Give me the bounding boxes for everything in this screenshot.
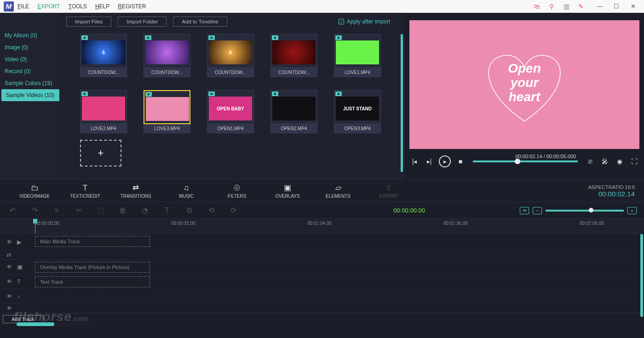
- track-overlay[interactable]: 👁▣ Overlay Media Track (Picture in Pictu…: [0, 260, 644, 275]
- maximize-button[interactable]: ☐: [608, 0, 625, 13]
- tab-filters[interactable]: ⦾FILTERS: [212, 183, 262, 199]
- cart-icon[interactable]: 🛍: [533, 2, 541, 11]
- text-track-placeholder[interactable]: Text Track: [35, 276, 150, 287]
- video-badge-icon: ▶: [208, 92, 215, 96]
- layout-icon[interactable]: ▥: [562, 2, 570, 11]
- record-screen-icon[interactable]: ⎚: [585, 156, 595, 166]
- media-item[interactable]: ▶OPEN2.MP4: [270, 90, 317, 133]
- sidebar-item-video[interactable]: Video (0): [0, 53, 61, 65]
- video-badge-icon: ▶: [81, 35, 88, 40]
- redo-icon[interactable]: ↷: [29, 206, 40, 215]
- crop2-icon[interactable]: ⧉: [184, 206, 194, 215]
- video-badge-icon: ▶: [145, 35, 151, 40]
- undo-icon[interactable]: ↶: [7, 206, 17, 215]
- fullscreen-icon[interactable]: ⛶: [629, 156, 639, 166]
- video-track-icon: ▶: [17, 239, 22, 246]
- add-to-timeline-button[interactable]: Add to Timeline: [173, 17, 227, 27]
- track-main-media[interactable]: 👁▶ Main Media Track: [0, 234, 644, 251]
- track-swap[interactable]: ⇄: [0, 251, 644, 260]
- overlay-track-placeholder[interactable]: Overlay Media Track (Picture in Picture): [35, 262, 150, 273]
- media-label: COUNTDOW...: [80, 68, 127, 77]
- add-media-button[interactable]: +: [80, 140, 121, 166]
- tab-transitions[interactable]: ⇄TRANSITIONS: [110, 183, 161, 199]
- track-text[interactable]: 👁T Text Track: [0, 275, 644, 289]
- preview-screen: Open your heart: [409, 20, 639, 149]
- audio-track-icon: ♪: [17, 293, 20, 300]
- speed-icon[interactable]: ◔: [140, 206, 150, 215]
- crop-icon[interactable]: ⬚: [96, 206, 106, 215]
- settings-icon[interactable]: ≡: [52, 206, 62, 215]
- import-files-button[interactable]: Import Files: [66, 17, 111, 27]
- swap-icon[interactable]: ⇄: [6, 252, 12, 258]
- menu-help[interactable]: HELP: [95, 3, 109, 10]
- import-folder-button[interactable]: Import Folder: [118, 17, 167, 27]
- snapshot-icon[interactable]: ◉: [615, 156, 625, 166]
- media-item[interactable]: ▶5COUNTDOW...: [207, 34, 254, 77]
- track-audio[interactable]: 👁♪: [0, 289, 644, 304]
- rotate-right-icon[interactable]: ⟳: [228, 206, 238, 215]
- sidebar-item-record[interactable]: Record (0): [0, 65, 61, 77]
- delete-icon[interactable]: 🗑: [118, 206, 128, 215]
- eye-icon[interactable]: 👁: [6, 239, 12, 246]
- zoom-slider[interactable]: [546, 210, 624, 212]
- text-tool-icon[interactable]: T: [162, 206, 172, 215]
- sidebar-item-myalbum[interactable]: My Album (0): [0, 29, 61, 41]
- filter-icon: ⦾: [234, 183, 240, 193]
- media-item[interactable]: ▶LOVE2.MP4: [80, 90, 127, 133]
- zoom-out-button[interactable]: −: [533, 207, 542, 214]
- transition-icon: ⇄: [132, 183, 139, 193]
- tab-overlays[interactable]: ▣OVERLAYS: [262, 183, 313, 199]
- preview-text: Open your heart: [488, 62, 561, 104]
- edit-icon[interactable]: ✎: [577, 2, 585, 11]
- timeline-tracks: 👁▶ Main Media Track ⇄ 👁▣ Overlay Media T…: [0, 234, 644, 313]
- prev-frame-button[interactable]: |◂: [409, 156, 420, 166]
- close-button[interactable]: ✕: [625, 0, 641, 13]
- eye-icon[interactable]: 👁: [6, 293, 12, 300]
- video-badge-icon: ▶: [81, 92, 88, 96]
- tracks-vertical-scrollbar[interactable]: [640, 234, 643, 317]
- key-icon[interactable]: ⚲: [547, 2, 556, 11]
- tab-elements[interactable]: ▱ELEMENTS: [313, 183, 363, 199]
- sidebar-item-samplecolors[interactable]: Sample Colors (19): [0, 77, 61, 89]
- tab-music[interactable]: ♫MUSIC: [161, 183, 212, 199]
- eye-icon[interactable]: 👁: [6, 264, 12, 270]
- menu-file[interactable]: FILE: [17, 3, 29, 10]
- apply-after-import-toggle[interactable]: ✓ Apply after import: [339, 18, 399, 25]
- media-item[interactable]: ▶LOVE3.MP4: [144, 90, 190, 133]
- tab-text-credit[interactable]: TTEXT/CREDIT: [60, 183, 110, 199]
- media-item[interactable]: ▶5COUNTDOW...: [80, 34, 127, 77]
- sidebar: My Album (0) Image (0) Video (0) Record …: [0, 13, 61, 179]
- play-button[interactable]: ▸: [439, 155, 451, 167]
- media-item[interactable]: ▶JUST STANDOPEN3.MP4: [334, 90, 381, 133]
- media-item[interactable]: ▶COUNTDOW...: [144, 34, 190, 77]
- menu-export[interactable]: EXPORT: [37, 3, 60, 10]
- tab-export[interactable]: ⇧EXPORT: [363, 183, 414, 199]
- menu-tools[interactable]: TOOLS: [69, 3, 87, 10]
- next-frame-button[interactable]: ▸|: [424, 156, 434, 166]
- timeline-ruler[interactable]: 00:00:00.00 00:00:32.00 00:01:04.00 00:0…: [0, 219, 644, 234]
- media-item[interactable]: ▶OPEN BABYOPEN1.MP4: [207, 90, 254, 133]
- tab-video-image[interactable]: 🗀VIDEO/IMAGE: [9, 183, 60, 199]
- sidebar-item-image[interactable]: Image (0): [0, 41, 61, 53]
- cut-icon[interactable]: ✂: [74, 206, 84, 215]
- main-track-placeholder[interactable]: Main Media Track: [35, 236, 150, 247]
- zoom-in-button[interactable]: +: [627, 207, 637, 214]
- seek-slider[interactable]: [473, 160, 578, 162]
- track-extra[interactable]: 👁: [0, 304, 644, 313]
- media-label: OPEN3.MP4: [334, 124, 381, 133]
- media-scrollbar[interactable]: [401, 34, 403, 172]
- media-item[interactable]: ▶LOVE1.MP4: [334, 34, 381, 77]
- eye-icon[interactable]: 👁: [6, 278, 12, 285]
- rotate-left-icon[interactable]: ⟲: [206, 206, 216, 215]
- minimize-button[interactable]: —: [592, 0, 608, 13]
- sidebar-item-samplevideos[interactable]: Sample Videos (10): [1, 89, 59, 101]
- media-label: COUNTDOW...: [207, 68, 254, 77]
- zoom-fit-button[interactable]: ⇔: [520, 207, 529, 214]
- eye-icon[interactable]: 👁: [6, 305, 12, 312]
- aspect-info: ASPECTRATIO 16:9 00:00:02.14: [588, 184, 635, 198]
- media-item[interactable]: ▶COUNTDOW...: [270, 34, 317, 77]
- microphone-icon[interactable]: 🎤︎: [600, 156, 610, 166]
- stop-button[interactable]: ■: [455, 156, 466, 166]
- menu-register[interactable]: REGISTER: [118, 3, 146, 10]
- video-badge-icon: ▶: [272, 92, 278, 96]
